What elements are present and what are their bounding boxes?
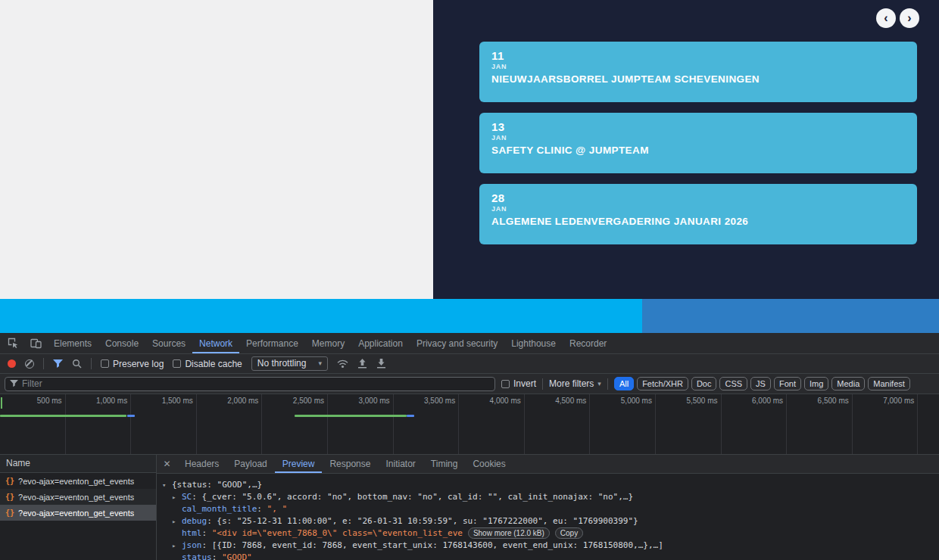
throttling-select[interactable]: No throttling ▾	[251, 356, 328, 371]
timeline-gridline: 1,500 ms	[131, 394, 197, 454]
details-tab-timing[interactable]: Timing	[423, 455, 466, 473]
request-row[interactable]: {}?evo-ajax=eventon_get_events	[0, 505, 156, 521]
disclosure-collapsed-icon[interactable]: ▸	[172, 540, 182, 552]
footer-band-right	[642, 299, 939, 333]
chevron-left-icon: ‹	[884, 12, 888, 24]
devtools-tab-recorder[interactable]: Recorder	[563, 333, 613, 353]
filter-chip-img[interactable]: Img	[804, 377, 828, 390]
details-tab-headers[interactable]: Headers	[177, 455, 226, 473]
clear-network-log-button[interactable]	[25, 359, 34, 369]
record-network-log-button[interactable]	[8, 359, 16, 368]
copy-button[interactable]: Copy	[555, 527, 583, 539]
preview-text-key: html	[182, 528, 202, 538]
import-har-button[interactable]	[357, 359, 367, 369]
timeline-tick-label: 4,500 ms	[555, 397, 586, 454]
close-details-button[interactable]: ✕	[157, 455, 177, 473]
disclosure-expanded-icon[interactable]: ▾	[162, 479, 172, 491]
toggle-device-toolbar-button[interactable]	[24, 333, 47, 353]
preview-text-plain: : {s: "25-12-31 11:00:00", e: "26-01-31 …	[207, 516, 638, 526]
devtools-tabbar: ElementsConsoleSourcesNetworkPerformance…	[0, 333, 939, 354]
preview-text-plain: :	[202, 528, 212, 538]
request-row[interactable]: {}?evo-ajax=eventon_get_events	[0, 473, 156, 489]
invert-checkbox[interactable]: Invert	[501, 378, 536, 389]
devtools-tab-performance[interactable]: Performance	[239, 333, 305, 353]
details-tab-initiator[interactable]: Initiator	[378, 455, 423, 473]
request-details-pane: ✕ HeadersPayloadPreviewResponseInitiator…	[157, 455, 939, 560]
footer-band-left	[0, 299, 642, 333]
timeline-tick-label: 2,000 ms	[227, 397, 258, 454]
filter-chip-js[interactable]: JS	[750, 377, 771, 390]
timeline-tick-label: 3,000 ms	[358, 397, 389, 454]
more-filters-button[interactable]: More filters ▾	[549, 378, 601, 389]
preview-text-key: SC	[182, 492, 192, 502]
timeline-activity-blue	[407, 415, 414, 417]
filter-chip-manifest[interactable]: Manifest	[868, 377, 910, 390]
request-row[interactable]: {}?evo-ajax=eventon_get_events	[0, 489, 156, 505]
timeline-gridline: 2,500 ms	[262, 394, 328, 454]
browser-viewport: ‹ › 11JANNIEUWJAARSBORREL JUMPTEAM SCHEV…	[0, 0, 939, 299]
event-card-list: 11JANNIEUWJAARSBORREL JUMPTEAM SCHEVENIN…	[479, 0, 917, 244]
preview-text-key: debug	[182, 516, 207, 526]
search-button[interactable]	[72, 359, 82, 369]
details-tab-cookies[interactable]: Cookies	[465, 455, 513, 473]
json-braces-icon: {}	[5, 493, 14, 501]
event-card[interactable]: 28JANALGEMENE LEDENVERGADERING JANUARI 2…	[479, 184, 917, 244]
devtools-tab-network[interactable]: Network	[192, 333, 239, 353]
details-tab-response[interactable]: Response	[322, 455, 378, 473]
devtools-tab-elements[interactable]: Elements	[47, 333, 98, 353]
funnel-icon	[10, 380, 18, 387]
invert-label: Invert	[513, 378, 536, 389]
filter-toggle-button[interactable]	[53, 359, 63, 369]
timeline-ruler: 500 ms1,000 ms1,500 ms2,000 ms2,500 ms3,…	[0, 394, 939, 454]
event-card[interactable]: 11JANNIEUWJAARSBORREL JUMPTEAM SCHEVENIN…	[479, 42, 917, 102]
devtools-tab-application[interactable]: Application	[351, 333, 410, 353]
devtools-tab-sources[interactable]: Sources	[145, 333, 192, 353]
disclosure-collapsed-icon[interactable]: ▸	[172, 491, 182, 503]
details-tab-payload[interactable]: Payload	[226, 455, 274, 473]
devtools-tabs: ElementsConsoleSourcesNetworkPerformance…	[47, 333, 613, 353]
timeline-gridline: 4,000 ms	[459, 394, 525, 454]
inspect-element-button[interactable]	[2, 333, 24, 353]
filter-chip-all[interactable]: All	[614, 377, 634, 390]
request-name: ?evo-ajax=eventon_get_events	[18, 477, 134, 486]
devtools-tab-console[interactable]: Console	[98, 333, 145, 353]
details-tabbar: ✕ HeadersPayloadPreviewResponseInitiator…	[157, 455, 939, 474]
toolbar-divider	[607, 378, 608, 390]
disable-cache-checkbox[interactable]: Disable cache	[173, 359, 242, 369]
filter-chip-media[interactable]: Media	[831, 377, 865, 390]
filter-chip-fetch-xhr[interactable]: Fetch/XHR	[637, 377, 688, 390]
toolbar-divider	[43, 358, 44, 369]
export-har-button[interactable]	[376, 359, 386, 369]
requests-name-column-header[interactable]: Name	[0, 455, 156, 473]
inspect-cursor-icon	[8, 338, 19, 349]
timeline-gridline: 3,500 ms	[394, 394, 460, 454]
preview-text-plain: :	[257, 504, 267, 514]
preserve-log-checkbox[interactable]: Preserve log	[101, 359, 164, 369]
slider-next-button[interactable]: ›	[900, 8, 919, 28]
page-footer-band	[0, 299, 939, 333]
device-toolbar-icon	[30, 338, 42, 349]
timeline-gridline: 5,000 ms	[590, 394, 656, 454]
timeline-tick-label: 5,000 ms	[621, 397, 652, 454]
filter-chip-font[interactable]: Font	[774, 377, 801, 390]
toolbar-divider	[542, 378, 543, 390]
devtools-tab-privacy-and-security[interactable]: Privacy and security	[410, 333, 504, 353]
timeline-tick-label: 1,500 ms	[162, 397, 193, 454]
toolbar-divider	[91, 358, 92, 369]
devtools-tab-lighthouse[interactable]: Lighthouse	[504, 333, 563, 353]
requests-table: Name {}?evo-ajax=eventon_get_events{}?ev…	[0, 455, 157, 560]
slider-prev-button[interactable]: ‹	[876, 8, 896, 28]
details-tabs: HeadersPayloadPreviewResponseInitiatorTi…	[177, 455, 513, 473]
details-tab-preview[interactable]: Preview	[275, 455, 323, 473]
devtools-tab-memory[interactable]: Memory	[305, 333, 351, 353]
timeline-gridline: 6,500 ms	[787, 394, 853, 454]
show-more-button[interactable]: Show more (12.0 kB)	[468, 527, 550, 539]
network-conditions-button[interactable]	[337, 359, 348, 369]
network-overview-timeline[interactable]: 500 ms1,000 ms1,500 ms2,000 ms2,500 ms3,…	[0, 394, 939, 455]
filter-chip-doc[interactable]: Doc	[691, 377, 717, 390]
filter-chip-css[interactable]: CSS	[719, 377, 747, 390]
event-card[interactable]: 13JANSAFETY CLINIC @ JUMPTEAM	[479, 113, 917, 173]
filter-input-box[interactable]	[5, 377, 495, 391]
filter-text-input[interactable]	[22, 378, 490, 389]
disclosure-collapsed-icon[interactable]: ▸	[172, 515, 182, 527]
